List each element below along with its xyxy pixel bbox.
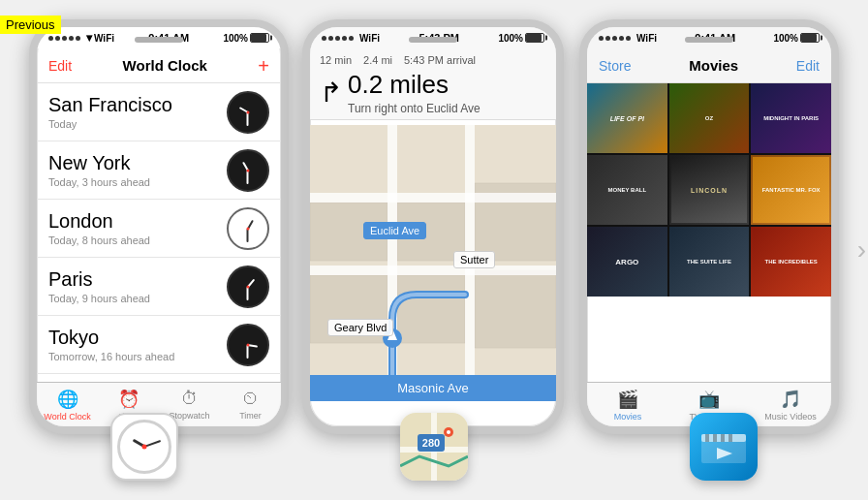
list-item[interactable]: LIFE OF PI bbox=[587, 83, 667, 153]
list-item[interactable]: MONEY BALL bbox=[587, 155, 667, 225]
analog-clock bbox=[227, 266, 269, 308]
wc-city-list: San Francisco Today New York Today, 3 ho… bbox=[37, 83, 281, 374]
city-name: New York bbox=[48, 152, 150, 174]
maps-top-bar: 12 min 2.4 mi 5:43 PM arrival ↱ 0.2 mile… bbox=[310, 48, 556, 120]
movie-poster-lincoln: LINCOLN bbox=[669, 155, 750, 225]
analog-clock bbox=[227, 91, 269, 134]
list-item[interactable]: ARGO bbox=[587, 227, 667, 297]
globe-icon: 🌐 bbox=[57, 389, 78, 410]
list-item[interactable]: THE INCREDIBLES bbox=[751, 227, 831, 297]
svg-rect-25 bbox=[721, 434, 725, 442]
list-item[interactable]: San Francisco Today bbox=[37, 83, 281, 141]
analog-clock bbox=[227, 207, 269, 250]
movie-poster-lifeofpi: LIFE OF PI bbox=[587, 83, 667, 153]
status-bar-3: WiFi 9:41 AM 100% bbox=[587, 27, 831, 48]
svg-rect-9 bbox=[310, 266, 556, 275]
clock-app-icon[interactable] bbox=[110, 413, 178, 481]
phone2-maps: WiFi 5:43 PM 100% 12 min 2.4 mi 5:43 PM … bbox=[302, 10, 564, 424]
movies-icon: 🎬 bbox=[617, 389, 638, 410]
svg-rect-4 bbox=[397, 275, 465, 343]
analog-clock bbox=[227, 149, 269, 192]
movies-navbar: Store Movies Edit bbox=[587, 48, 831, 83]
list-item[interactable]: LINCOLN bbox=[669, 155, 750, 225]
app-icons-row: 280 bbox=[0, 413, 868, 481]
list-item[interactable]: New York Today, 3 hours ahead bbox=[37, 141, 281, 200]
svg-point-19 bbox=[447, 430, 450, 434]
euclid-ave-label: Euclid Ave bbox=[363, 222, 426, 239]
next-arrow[interactable]: › bbox=[857, 234, 866, 266]
svg-rect-24 bbox=[713, 434, 717, 442]
svg-rect-23 bbox=[705, 434, 709, 442]
movies-grid: LIFE OF PI OZ MIDNIGHT IN PARIS bbox=[587, 83, 831, 297]
list-item[interactable]: FANTASTIC MR. FOX bbox=[751, 155, 831, 225]
maps-distance-display: ↱ 0.2 miles Turn right onto Euclid Ave bbox=[320, 70, 546, 115]
phone1-world-clock: ▾ WiFi 9:41 AM 100% Edit World Clock + S… bbox=[29, 10, 289, 424]
previous-button[interactable]: Previous bbox=[0, 16, 61, 34]
city-name: London bbox=[48, 210, 150, 233]
svg-rect-6 bbox=[475, 270, 556, 348]
geary-blvd-label: Geary Blvd bbox=[327, 319, 393, 336]
sutter-label: Sutter bbox=[453, 251, 495, 268]
list-item[interactable]: Tokyo Tomorrow, 16 hours ahead bbox=[37, 316, 281, 374]
wc-edit-button[interactable]: Edit bbox=[48, 58, 72, 74]
movie-poster-suite: THE SUITE LIFE bbox=[669, 227, 750, 297]
list-item[interactable]: MIDNIGHT IN PARIS bbox=[751, 83, 831, 153]
maps-app-icon[interactable]: 280 bbox=[400, 413, 468, 481]
list-item[interactable]: OZ bbox=[669, 83, 750, 153]
status-bar-1: ▾ WiFi 9:41 AM 100% bbox=[37, 27, 281, 48]
movie-poster-fox: FANTASTIC MR. FOX bbox=[751, 155, 831, 225]
list-item[interactable]: London Today, 8 hours ahead bbox=[37, 200, 281, 258]
videos-app-icon[interactable] bbox=[690, 413, 758, 481]
movies-edit-button[interactable]: Edit bbox=[796, 58, 820, 74]
music-video-icon: 🎵 bbox=[780, 389, 801, 410]
city-time-info: Tomorrow, 16 hours ahead bbox=[48, 351, 174, 362]
map-display[interactable]: Euclid Ave Sutter Geary Blvd Masonic Ave bbox=[310, 120, 556, 401]
phone3-movies: WiFi 9:41 AM 100% Store Movies Edit LIFE… bbox=[579, 10, 839, 424]
timer-icon: ⏲ bbox=[242, 389, 260, 409]
tv-icon: 📺 bbox=[698, 389, 720, 410]
alarm-icon: ⏰ bbox=[118, 389, 140, 410]
list-item[interactable]: THE SUITE LIFE bbox=[669, 227, 750, 297]
list-item[interactable]: Paris Today, 9 hours ahead bbox=[37, 258, 281, 316]
svg-rect-10 bbox=[310, 193, 556, 203]
turn-icon: ↱ bbox=[320, 77, 342, 109]
movies-store-button[interactable]: Store bbox=[599, 58, 631, 74]
stopwatch-icon: ⏱ bbox=[181, 389, 199, 409]
movies-title: Movies bbox=[689, 57, 738, 74]
status-bar-2: WiFi 5:43 PM 100% bbox=[310, 27, 556, 48]
svg-rect-26 bbox=[728, 434, 732, 442]
city-name: Paris bbox=[48, 268, 150, 291]
movie-poster-moneyball: MONEY BALL bbox=[587, 155, 667, 225]
movie-poster-oz: OZ bbox=[669, 83, 750, 153]
city-name: Tokyo bbox=[48, 327, 174, 349]
maps-eta-row: 12 min 2.4 mi 5:43 PM arrival bbox=[320, 54, 546, 66]
city-time-info: Today, 3 hours ahead bbox=[48, 176, 150, 188]
svg-text:280: 280 bbox=[422, 437, 440, 449]
city-time-info: Today bbox=[48, 118, 172, 130]
movie-poster-incredibles: THE INCREDIBLES bbox=[751, 227, 831, 297]
city-time-info: Today, 9 hours ahead bbox=[48, 293, 150, 304]
masonic-ave-bar: Masonic Ave bbox=[310, 375, 556, 401]
wc-add-button[interactable]: + bbox=[258, 56, 269, 76]
wc-navbar: Edit World Clock + bbox=[37, 48, 281, 83]
city-name: San Francisco bbox=[48, 94, 172, 116]
movie-poster-midnight: MIDNIGHT IN PARIS bbox=[751, 83, 831, 153]
city-time-info: Today, 8 hours ahead bbox=[48, 234, 150, 246]
movie-poster-argo: ARGO bbox=[587, 227, 667, 297]
analog-clock bbox=[227, 324, 269, 366]
wc-title: World Clock bbox=[123, 57, 207, 74]
